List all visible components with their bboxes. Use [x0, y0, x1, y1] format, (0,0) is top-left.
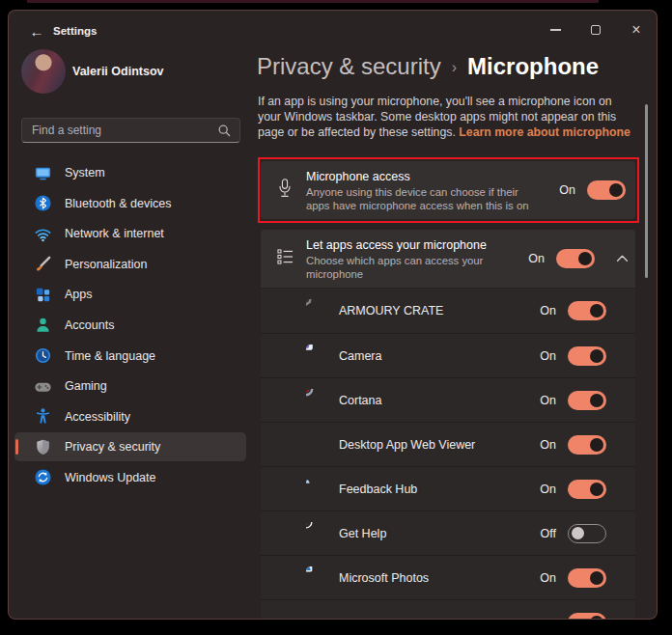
app-name: Feedback Hub — [339, 483, 417, 496]
settings-window: ← Settings × Valerii Odintsov System — [8, 10, 658, 620]
app-name: ARMOURY CRATE — [339, 304, 443, 318]
sidebar-item-accounts[interactable]: Accounts — [14, 311, 246, 340]
app-toggle[interactable] — [568, 346, 606, 366]
accounts-icon — [33, 316, 52, 335]
chevron-up-icon — [616, 255, 629, 262]
sidebar-item-label: Personalization — [65, 258, 147, 271]
app-row-microsoft-photos[interactable]: Microsoft Photos On — [261, 555, 635, 599]
app-toggle[interactable] — [568, 435, 606, 455]
app-name: Get Help — [339, 527, 386, 540]
desktop-app-web-viewer-icon — [306, 433, 329, 456]
sidebar-item-label: Privacy & security — [65, 440, 160, 454]
window-controls: × — [535, 11, 657, 49]
system-icon — [33, 163, 52, 182]
time-language-icon — [33, 346, 52, 366]
learn-more-link[interactable]: Learn more about microphone — [459, 125, 630, 139]
toggle-state-label: On — [540, 304, 556, 318]
app-toggle[interactable] — [568, 568, 606, 588]
toggle-state-label: On — [540, 349, 556, 363]
app-toggle[interactable] — [568, 524, 606, 543]
breadcrumb: Privacy & security›Microphone — [257, 53, 599, 80]
search-box — [21, 118, 240, 143]
sidebar-item-bluetooth[interactable]: Bluetooth & devices — [14, 189, 246, 218]
toggle-state-label: On — [528, 252, 545, 265]
toggle-knob — [572, 527, 584, 539]
app-row-feedback-hub[interactable]: Feedback Hub On — [261, 466, 635, 511]
toggle-knob — [590, 349, 603, 363]
sidebar-item-windows-update[interactable]: Windows Update — [14, 463, 246, 492]
toggle-state-label: On — [540, 571, 556, 585]
sidebar-item-label: Time & language — [65, 349, 155, 363]
toggle-state-label: On — [540, 394, 556, 407]
svg-text:?: ? — [306, 522, 309, 527]
windows-update-icon — [33, 468, 52, 487]
sidebar-item-label: Apps — [65, 288, 93, 301]
toggle-state-label: On — [559, 183, 575, 197]
card-controls: On — [528, 249, 629, 268]
sidebar-item-accessibility[interactable]: Accessibility — [14, 402, 246, 431]
app-toggle[interactable] — [568, 480, 606, 499]
sidebar-item-system[interactable]: System — [14, 158, 246, 187]
feedback-hub-icon — [306, 478, 329, 501]
app-name: Cortana — [339, 394, 381, 407]
app-row-cortana[interactable]: Cortana On — [261, 377, 635, 422]
sidebar-item-network[interactable]: Network & internet — [14, 219, 246, 248]
personalization-icon — [33, 255, 52, 274]
breadcrumb-separator-icon: › — [452, 59, 457, 75]
card-controls: On — [559, 180, 626, 200]
microphone-access-toggle[interactable] — [587, 180, 626, 200]
toggle-knob — [578, 252, 592, 265]
app-row-camera[interactable]: Camera On — [261, 333, 635, 377]
avatar[interactable] — [21, 49, 66, 94]
back-button[interactable]: ← — [26, 22, 47, 41]
sidebar-item-gaming[interactable]: Gaming — [14, 372, 246, 400]
card-text: Let apps access your microphone Choose w… — [306, 238, 499, 281]
sidebar-item-label: Network & internet — [65, 227, 164, 240]
app-toggle[interactable] — [568, 391, 606, 410]
let-apps-access-card[interactable]: Let apps access your microphone Choose w… — [261, 230, 635, 288]
cortana-icon — [306, 389, 329, 412]
sidebar-item-apps[interactable]: Apps — [14, 280, 246, 309]
app-toggle[interactable] — [568, 301, 606, 320]
close-button[interactable]: × — [616, 11, 657, 49]
card-text: Microphone access Anyone using this devi… — [306, 170, 540, 212]
app-row-partial[interactable] — [261, 599, 635, 620]
toggle-knob — [590, 483, 603, 496]
background-window-edge — [27, 0, 599, 3]
card-title: Let apps access your microphone — [306, 238, 499, 252]
toggle-state-label: On — [540, 438, 556, 452]
minimize-button[interactable] — [535, 11, 575, 49]
get-help-icon: ? — [306, 522, 329, 545]
sidebar-item-time-language[interactable]: Time & language — [14, 342, 246, 371]
network-icon — [33, 224, 52, 243]
sidebar-item-personalization[interactable]: Personalization — [14, 250, 246, 279]
close-icon: × — [631, 22, 640, 38]
sidebar-item-label: Accessibility — [65, 410, 130, 424]
card-subtitle: Choose which apps can access your microp… — [306, 255, 499, 281]
app-toggle[interactable] — [568, 613, 606, 621]
apps-icon — [33, 285, 52, 304]
toggle-knob — [609, 183, 623, 197]
sidebar-item-privacy-security[interactable]: Privacy & security — [14, 432, 246, 461]
app-row-armoury-crate[interactable]: ARMOURY CRATE On — [261, 289, 635, 333]
toggle-state-label: Off — [541, 527, 556, 540]
minimize-icon — [550, 29, 561, 30]
maximize-button[interactable] — [575, 11, 616, 49]
scrollbar[interactable] — [645, 104, 648, 278]
microphone-icon — [277, 178, 293, 203]
toggle-knob — [590, 438, 603, 452]
sidebar-nav: System Bluetooth & devices Network & int… — [14, 158, 246, 494]
toggle-knob — [590, 616, 603, 621]
microphone-access-card[interactable]: Microphone access Anyone using this devi… — [261, 161, 635, 219]
camera-icon — [306, 345, 329, 368]
sidebar-item-label: Bluetooth & devices — [65, 197, 172, 210]
armoury-crate-icon — [306, 299, 329, 322]
search-input[interactable] — [22, 119, 239, 142]
app-name: Camera — [339, 349, 381, 363]
app-row-desktop-app-web-viewer[interactable]: Desktop App Web Viewer On — [261, 422, 635, 466]
let-apps-toggle[interactable] — [556, 249, 595, 268]
collapse-expander-button[interactable] — [616, 255, 629, 262]
breadcrumb-parent[interactable]: Privacy & security — [257, 53, 441, 79]
card-subtitle: Anyone using this device can choose if t… — [306, 186, 540, 212]
app-row-get-help[interactable]: ? Get Help Off — [261, 511, 635, 555]
